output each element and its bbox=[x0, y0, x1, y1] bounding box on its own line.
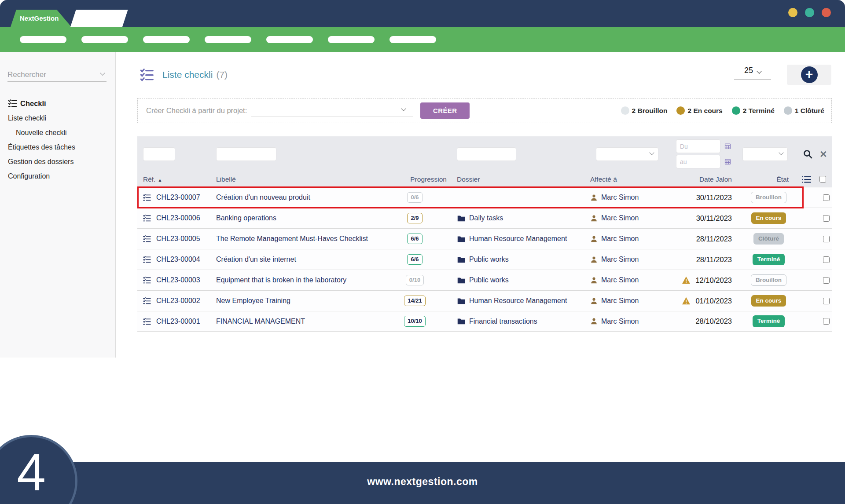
table-row[interactable]: CHL23-00004 Création d'un site internet … bbox=[137, 249, 832, 270]
nav-menu-item[interactable] bbox=[266, 36, 313, 43]
nav-menu-item[interactable] bbox=[20, 36, 66, 43]
nav-menu-item[interactable] bbox=[143, 36, 190, 43]
sidebar-item-configuration[interactable]: Configuration bbox=[8, 169, 107, 183]
row-checklist-icon bbox=[137, 297, 152, 305]
row-assignee[interactable]: Marc Simon bbox=[585, 297, 669, 305]
row-ref[interactable]: CHL23-00003 bbox=[152, 276, 209, 284]
sidebar-item-liste-checkli[interactable]: Liste checkli bbox=[8, 111, 107, 125]
state-badge: Clôturé bbox=[753, 233, 784, 245]
legend-status-dot bbox=[784, 106, 792, 115]
row-dossier[interactable]: Human Resource Management bbox=[451, 235, 585, 243]
filter-dossier-input[interactable] bbox=[457, 147, 516, 161]
sort-ascending-icon: ▲ bbox=[158, 178, 162, 183]
row-dossier[interactable]: Public works bbox=[451, 256, 585, 263]
nav-menu-item[interactable] bbox=[389, 36, 436, 43]
row-assignee[interactable]: Marc Simon bbox=[585, 256, 669, 263]
filter-date-to-input[interactable] bbox=[676, 155, 720, 168]
sidebar-section-checkli[interactable]: Checkli bbox=[8, 96, 107, 111]
column-header-dossier[interactable]: Dossier bbox=[451, 175, 585, 183]
row-checklist-icon bbox=[137, 256, 152, 263]
row-dossier[interactable]: Daily tasks bbox=[451, 214, 585, 222]
warning-icon bbox=[682, 276, 691, 284]
filter-label-input[interactable] bbox=[216, 147, 276, 161]
row-assignee[interactable]: Marc Simon bbox=[585, 214, 669, 222]
column-header-progression[interactable]: Progression bbox=[398, 175, 451, 183]
calendar-icon[interactable] bbox=[724, 158, 731, 165]
row-label[interactable]: New Employee Training bbox=[209, 297, 398, 305]
table-row[interactable]: CHL23-00002 New Employee Training 14/21 … bbox=[137, 290, 832, 311]
column-header-affecte-a[interactable]: Affecté à bbox=[585, 175, 669, 183]
clear-filters-icon[interactable]: ✕ bbox=[819, 150, 827, 159]
row-dossier[interactable]: Human Resource Management bbox=[451, 297, 585, 305]
search-icon[interactable] bbox=[803, 149, 813, 159]
select-all-checkbox[interactable] bbox=[819, 176, 826, 183]
person-icon bbox=[590, 297, 598, 305]
row-checkbox[interactable] bbox=[823, 236, 830, 242]
row-assignee[interactable]: Marc Simon bbox=[585, 276, 669, 284]
row-dossier[interactable]: Financial transactions bbox=[451, 318, 585, 325]
row-checkbox[interactable] bbox=[823, 298, 830, 304]
page-size-select[interactable]: 25 bbox=[734, 66, 771, 80]
nav-menu-item[interactable] bbox=[328, 36, 375, 43]
row-checklist-icon bbox=[137, 318, 152, 325]
table-row[interactable]: CHL23-00003 Equipment that is broken in … bbox=[137, 270, 832, 290]
window-dot[interactable] bbox=[822, 8, 831, 17]
window-control-dots bbox=[788, 8, 831, 17]
page-title-count: (7) bbox=[216, 69, 228, 80]
row-ref[interactable]: CHL23-00006 bbox=[152, 214, 209, 222]
add-checklist-button[interactable]: + bbox=[801, 66, 818, 83]
row-label[interactable]: The Remote Management Must-Haves Checkli… bbox=[209, 235, 398, 243]
row-label[interactable]: Création d'un nouveau produit bbox=[209, 194, 398, 201]
table-row[interactable]: CHL23-00006 Banking operations 2/9 Daily… bbox=[137, 208, 832, 228]
filter-state-select[interactable] bbox=[742, 147, 788, 161]
folder-icon bbox=[457, 215, 465, 222]
row-checkbox[interactable] bbox=[823, 277, 830, 284]
nav-menu-item[interactable] bbox=[205, 36, 251, 43]
row-assignee[interactable]: Marc Simon bbox=[585, 318, 669, 325]
sidebar-divider bbox=[7, 188, 107, 188]
table-row[interactable]: CHL23-00007 Création d'un nouveau produi… bbox=[137, 187, 832, 208]
row-ref[interactable]: CHL23-00001 bbox=[152, 318, 209, 325]
row-assignee[interactable]: Marc Simon bbox=[585, 235, 669, 243]
row-date: 01/10/2023 bbox=[695, 297, 732, 305]
row-dossier[interactable]: Public works bbox=[451, 276, 585, 284]
window-dot[interactable] bbox=[805, 8, 814, 17]
row-ref[interactable]: CHL23-00007 bbox=[152, 194, 209, 201]
row-label[interactable]: Création d'un site internet bbox=[209, 256, 398, 263]
filter-date-from-input[interactable] bbox=[676, 139, 720, 153]
sidebar-item-gestion-des-dossiers[interactable]: Gestion des dossiers bbox=[8, 154, 107, 169]
row-checkbox[interactable] bbox=[823, 318, 830, 325]
table-row[interactable]: CHL23-00001 FINANCIAL MANAGEMENT 10/10 F… bbox=[137, 311, 832, 332]
row-checklist-icon bbox=[137, 194, 152, 201]
person-icon bbox=[590, 277, 598, 284]
row-ref[interactable]: CHL23-00005 bbox=[152, 235, 209, 243]
filter-assignee-select[interactable] bbox=[596, 147, 658, 161]
table-row[interactable]: CHL23-00005 The Remote Management Must-H… bbox=[137, 228, 832, 249]
project-select[interactable] bbox=[251, 105, 413, 117]
sidebar-search-select[interactable]: Rechercher bbox=[7, 68, 107, 82]
window-dot[interactable] bbox=[788, 8, 797, 17]
sidebar-item-nouvelle-checkli[interactable]: Nouvelle checkli bbox=[8, 125, 107, 140]
column-header-etat[interactable]: État bbox=[737, 175, 800, 183]
row-ref[interactable]: CHL23-00004 bbox=[152, 256, 209, 263]
row-checkbox[interactable] bbox=[823, 256, 830, 263]
calendar-icon[interactable] bbox=[724, 143, 731, 150]
add-checklist-container: + bbox=[787, 65, 831, 85]
row-ref[interactable]: CHL23-00002 bbox=[152, 297, 209, 305]
column-header-ref[interactable]: Réf.▲ bbox=[137, 175, 209, 183]
row-assignee[interactable]: Marc Simon bbox=[585, 194, 669, 201]
list-view-icon[interactable] bbox=[802, 175, 811, 183]
column-header-date-jalon[interactable]: Date Jalon bbox=[669, 175, 737, 183]
row-checkbox[interactable] bbox=[823, 215, 830, 222]
row-checkbox[interactable] bbox=[823, 194, 830, 201]
filter-ref-input[interactable] bbox=[143, 147, 175, 161]
row-label[interactable]: FINANCIAL MANAGEMENT bbox=[209, 318, 398, 325]
sidebar-item--tiquettes-des-t-ches[interactable]: Étiquettes des tâches bbox=[8, 140, 107, 154]
column-header-libelle[interactable]: Libellé bbox=[209, 175, 398, 183]
nav-menu-item[interactable] bbox=[81, 36, 128, 43]
row-label[interactable]: Equipment that is broken in the laborato… bbox=[209, 276, 398, 284]
row-label[interactable]: Banking operations bbox=[209, 214, 398, 222]
state-badge: Terminé bbox=[753, 254, 785, 265]
create-button[interactable]: CRÉER bbox=[420, 102, 470, 119]
row-date: 30/11/2023 bbox=[696, 214, 732, 223]
